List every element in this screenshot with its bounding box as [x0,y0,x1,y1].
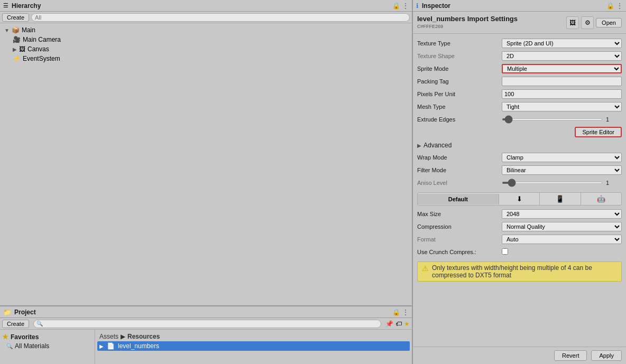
texture-shape-select[interactable]: 2D [502,51,622,61]
platform-tabs: Default ⬇ 📱 🤖 [417,192,622,206]
breadcrumb-arrow: ▶ [121,333,125,340]
project-lock-icon[interactable]: 🔒 [392,309,400,316]
platform-tab-phone[interactable]: 📱 [540,193,581,205]
canvas-arrow: ▶ [13,46,17,52]
lock-icon[interactable]: 🔒 [392,2,400,10]
format-field[interactable]: Auto [502,235,622,244]
favorites-label: Favorites [11,333,39,341]
sprite-mode-label: Sprite Mode [417,66,502,72]
compression-label: Compression [417,223,502,230]
texture-type-label: Texture Type [417,40,502,46]
inspector-more-icon[interactable]: ⋮ [616,2,623,10]
favorites-all-materials[interactable]: 🔍 All Materials [2,342,93,350]
asset-ref: C#FFFE269 [417,24,518,29]
eventsystem-label: EventSystem [23,55,60,62]
asset-item-level-numbers[interactable]: ▶ 📄 level_numbers [97,341,410,351]
mesh-type-select[interactable]: Tight [502,102,622,111]
texture-type-field[interactable]: Sprite (2D and UI) [502,39,622,48]
mesh-type-row: Mesh Type Tight [417,101,622,112]
mesh-type-label: Mesh Type [417,104,502,110]
aniso-level-slider[interactable] [502,182,603,184]
packing-tag-input[interactable] [502,77,622,86]
inspector-content: Texture Type Sprite (2D and UI) Texture … [413,34,626,347]
wrap-mode-select[interactable]: Clamp [502,153,622,162]
inspector-title-bar: level_numbers Import Settings C#FFFE269 … [413,12,626,34]
assets-label: Assets [99,333,118,340]
compression-select[interactable]: Normal Quality [502,222,622,231]
main-icon: 📦 [12,26,20,34]
project-tag-icon[interactable]: 🏷 [395,320,402,328]
aniso-level-field: 1 [502,180,622,186]
max-size-row: Max Size 2048 [417,209,622,219]
search-small-icon: 🔍 [6,343,13,349]
platform-tab-android[interactable]: 🤖 [581,193,621,205]
project-more-icon[interactable]: ⋮ [402,309,409,316]
open-button[interactable]: Open [596,18,622,27]
compression-field[interactable]: Normal Quality [502,222,622,231]
advanced-arrow: ▶ [417,143,421,148]
aniso-level-row: Aniso Level 1 [417,178,622,188]
hierarchy-create-button[interactable]: Create [2,13,29,22]
hierarchy-item-canvas[interactable]: ▶ 🖼 Canvas [0,44,412,54]
wrap-mode-field[interactable]: Clamp [502,153,622,162]
platform-tab-download[interactable]: ⬇ [499,193,540,205]
crunch-row: Use Crunch Compres.: [417,247,622,257]
main-camera-label: Main Camera [23,36,61,43]
inspector-header: ℹ Inspector 🔒 ⋮ [413,0,626,12]
project-search-input[interactable] [33,320,381,328]
warning-box: ⚠ Only textures with width/height being … [417,262,622,282]
mesh-type-field[interactable]: Tight [502,102,622,111]
asset-preview-button[interactable]: 🖼 [566,16,579,29]
filter-mode-select[interactable]: Bilinear [502,165,622,175]
texture-type-row: Texture Type Sprite (2D and UI) [417,38,622,49]
apply-button[interactable]: Apply [591,350,622,361]
pixels-per-unit-field[interactable] [502,89,622,99]
revert-button[interactable]: Revert [554,350,587,361]
max-size-field[interactable]: 2048 [502,209,622,219]
project-create-button[interactable]: Create [2,320,29,328]
filter-mode-field[interactable]: Bilinear [502,165,622,175]
packing-tag-label: Packing Tag [417,78,502,85]
project-folder-icon: 📁 [3,309,11,316]
gear-icon[interactable]: ⚙ [581,16,594,29]
hierarchy-title: Hierarchy [12,2,41,10]
texture-shape-row: Texture Shape 2D [417,51,622,61]
favorites-star: ★ [2,333,8,341]
project-favorites-panel: ★ Favorites 🔍 All Materials [0,330,95,364]
hierarchy-item-main-camera[interactable]: 🎥 Main Camera [0,35,412,44]
texture-shape-field[interactable]: 2D [502,51,622,61]
warning-text: Only textures with width/height being mu… [432,264,617,279]
format-select[interactable]: Auto [502,235,622,244]
crunch-checkbox[interactable] [502,248,508,255]
project-pin-icon[interactable]: 📌 [385,320,393,328]
warning-icon: ⚠ [422,264,429,273]
packing-tag-field[interactable] [502,77,622,86]
all-materials-label: All Materials [15,342,49,350]
pixels-per-unit-input[interactable] [502,89,622,99]
canvas-label: Canvas [27,45,49,53]
project-assets-panel: Assets ▶ Resources ▶ 📄 level_numbers [95,330,412,364]
sprite-mode-select[interactable]: Multiple [502,64,622,73]
platform-tab-default[interactable]: Default [418,194,499,204]
hierarchy-toolbar: Create [0,12,412,23]
resources-label: Resources [127,333,160,340]
advanced-section[interactable]: ▶ Advanced [417,142,622,149]
hierarchy-item-eventsystem[interactable]: ⚡ EventSystem [0,54,412,63]
crunch-label: Use Crunch Compres.: [417,249,502,255]
project-search-icon: 🔍 [36,321,43,326]
inspector-lock-icon[interactable]: 🔒 [606,2,614,10]
hierarchy-item-main[interactable]: ▼ 📦 Main [0,25,412,35]
texture-type-select[interactable]: Sprite (2D and UI) [502,39,622,48]
hierarchy-search-input[interactable] [31,13,410,22]
project-content: ★ Favorites 🔍 All Materials Assets ▶ Res… [0,330,412,364]
extrude-edges-field: 1 [502,116,622,123]
extrude-edges-slider[interactable] [502,118,603,120]
inspector-panel: ℹ Inspector 🔒 ⋮ level_numbers Import Set… [412,0,626,364]
format-row: Format Auto [417,234,622,245]
sprite-mode-field[interactable]: Multiple [502,64,622,73]
max-size-select[interactable]: 2048 [502,209,622,219]
more-icon[interactable]: ⋮ [402,2,409,10]
project-star-icon[interactable]: ★ [404,320,410,328]
packing-tag-row: Packing Tag [417,76,622,87]
sprite-editor-button[interactable]: Sprite Editor [575,127,622,137]
